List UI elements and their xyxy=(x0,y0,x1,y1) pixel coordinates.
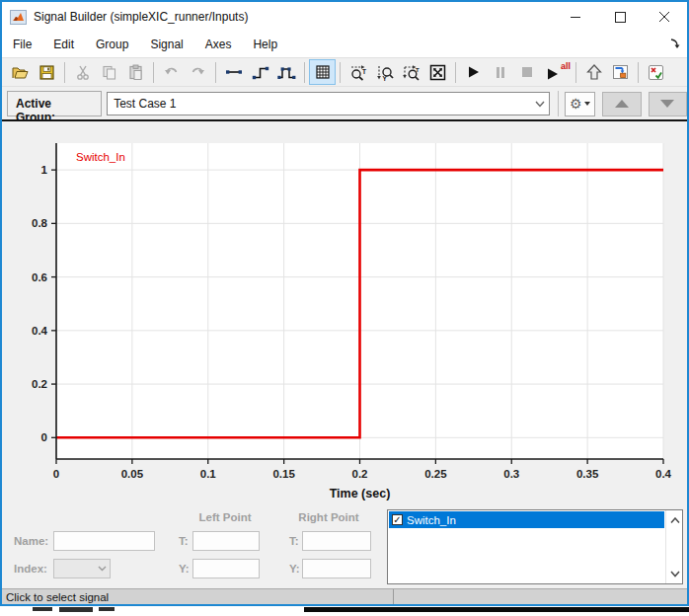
scroll-down-icon[interactable] xyxy=(666,566,683,581)
point-editor: Left Point Right Point Name: Index: T: Y… xyxy=(2,505,687,588)
index-select[interactable] xyxy=(53,559,111,578)
close-button[interactable] xyxy=(643,2,687,32)
stop-button[interactable] xyxy=(513,59,540,85)
redo-button[interactable] xyxy=(185,59,211,85)
cut-button[interactable] xyxy=(69,59,96,85)
svg-text:1: 1 xyxy=(41,164,48,176)
triangle-up-icon xyxy=(615,100,629,108)
active-group-combobox[interactable]: Test Case 1 xyxy=(107,92,549,116)
draw-line-button[interactable] xyxy=(220,59,247,85)
toolbar-separator xyxy=(304,62,305,83)
background-artifact xyxy=(304,607,689,612)
svg-text:T: T xyxy=(416,67,420,73)
svg-text:0: 0 xyxy=(53,468,59,480)
active-group-bar: Active Group: Test Case 1 ⚙ xyxy=(2,88,687,119)
left-y-input[interactable] xyxy=(192,559,260,578)
menu-edit[interactable]: Edit xyxy=(42,34,85,55)
signal-list-item-label: Switch_In xyxy=(407,514,456,526)
signal-builder-window: Signal Builder (simpleXIC_runner/Inputs)… xyxy=(0,0,689,606)
right-t-input[interactable] xyxy=(302,531,371,551)
menu-axes[interactable]: Axes xyxy=(194,34,243,55)
window-title: Signal Builder (simpleXIC_runner/Inputs) xyxy=(34,10,248,24)
right-y-input[interactable] xyxy=(302,559,371,578)
svg-text:0.05: 0.05 xyxy=(121,468,144,480)
svg-text:0.4: 0.4 xyxy=(32,325,48,337)
chevron-down-icon xyxy=(98,566,107,572)
window-controls xyxy=(554,2,687,32)
signal-list-item[interactable]: Switch_In xyxy=(389,511,664,528)
group-settings-button[interactable]: ⚙ xyxy=(565,92,596,116)
zoom-time-button[interactable]: T xyxy=(344,59,371,85)
go-to-parent-button[interactable] xyxy=(580,59,607,85)
menu-signal[interactable]: Signal xyxy=(139,34,193,55)
svg-text:Time (sec): Time (sec) xyxy=(330,487,391,500)
svg-text:0.1: 0.1 xyxy=(200,468,217,480)
screen: Signal Builder (simpleXIC_runner/Inputs)… xyxy=(0,0,689,616)
minimize-button[interactable] xyxy=(554,2,598,32)
run-all-label: all xyxy=(561,61,571,71)
move-group-up-button[interactable] xyxy=(602,92,641,116)
signal-plot[interactable]: 00.050.10.150.20.250.30.350.400.20.40.60… xyxy=(2,121,687,505)
svg-text:0.2: 0.2 xyxy=(32,378,47,390)
active-group-value: Test Case 1 xyxy=(114,97,176,111)
grid-toggle-button[interactable] xyxy=(309,59,336,85)
zoom-y-button[interactable]: Y xyxy=(371,59,398,85)
svg-text:0.25: 0.25 xyxy=(424,468,447,480)
toolbar-separator xyxy=(64,62,65,83)
status-divider xyxy=(393,589,394,604)
index-label: Index: xyxy=(14,563,47,575)
zoom-time-y-button[interactable]: T xyxy=(398,59,424,85)
run-button[interactable] xyxy=(460,59,487,85)
output-to-model-button[interactable] xyxy=(607,59,634,85)
svg-text:0.3: 0.3 xyxy=(503,468,519,480)
background-artifact xyxy=(99,607,115,611)
scroll-up-icon[interactable] xyxy=(666,512,683,528)
save-button[interactable] xyxy=(34,59,60,85)
copy-button[interactable] xyxy=(96,59,122,85)
group-separator xyxy=(558,91,559,116)
toolbar-separator xyxy=(575,62,576,83)
svg-text:0.35: 0.35 xyxy=(576,468,599,480)
right-point-header: Right Point xyxy=(281,511,376,523)
left-t-label: T: xyxy=(179,535,189,547)
menu-file[interactable]: File xyxy=(2,34,42,55)
signal-list-scrollbar[interactable] xyxy=(665,510,682,583)
open-button[interactable] xyxy=(7,59,34,85)
left-y-label: Y: xyxy=(179,563,190,575)
menu-group[interactable]: Group xyxy=(85,34,139,55)
draw-step-button[interactable] xyxy=(247,59,273,85)
maximize-button[interactable] xyxy=(598,2,643,32)
main-toolbar: T Y T xyxy=(2,57,687,87)
svg-text:Switch_In: Switch_In xyxy=(76,151,125,163)
svg-text:0.4: 0.4 xyxy=(655,468,672,480)
requirements-button[interactable] xyxy=(643,59,669,85)
svg-text:0.8: 0.8 xyxy=(32,217,48,229)
draw-pulse-button[interactable] xyxy=(273,59,300,85)
toolbar-separator xyxy=(638,62,639,83)
gear-icon: ⚙ xyxy=(570,97,582,111)
chevron-down-icon xyxy=(535,97,545,111)
matlab-logo-icon xyxy=(10,10,27,25)
paste-button[interactable] xyxy=(122,59,149,85)
svg-text:Y: Y xyxy=(382,74,387,81)
undo-button[interactable] xyxy=(158,59,185,85)
right-t-label: T: xyxy=(289,535,299,547)
menu-help[interactable]: Help xyxy=(242,34,288,55)
svg-text:0: 0 xyxy=(41,431,47,443)
svg-text:0.2: 0.2 xyxy=(352,468,368,480)
checkbox-checked-icon[interactable] xyxy=(392,514,403,525)
background-artifact xyxy=(59,607,93,612)
move-group-down-button[interactable] xyxy=(649,92,687,116)
right-y-label: Y: xyxy=(289,563,300,575)
signal-list[interactable]: Switch_In xyxy=(387,509,683,584)
caret-down-icon xyxy=(584,102,590,106)
run-all-button[interactable]: all xyxy=(540,59,572,85)
svg-text:T: T xyxy=(362,68,366,75)
dock-arrow-icon[interactable] xyxy=(669,36,681,53)
left-t-input[interactable] xyxy=(192,531,260,551)
name-input[interactable] xyxy=(53,531,155,551)
toolbar-separator xyxy=(455,62,456,83)
pause-button[interactable] xyxy=(487,59,513,85)
fit-view-button[interactable] xyxy=(424,59,451,85)
toolbar-separator xyxy=(153,62,154,83)
